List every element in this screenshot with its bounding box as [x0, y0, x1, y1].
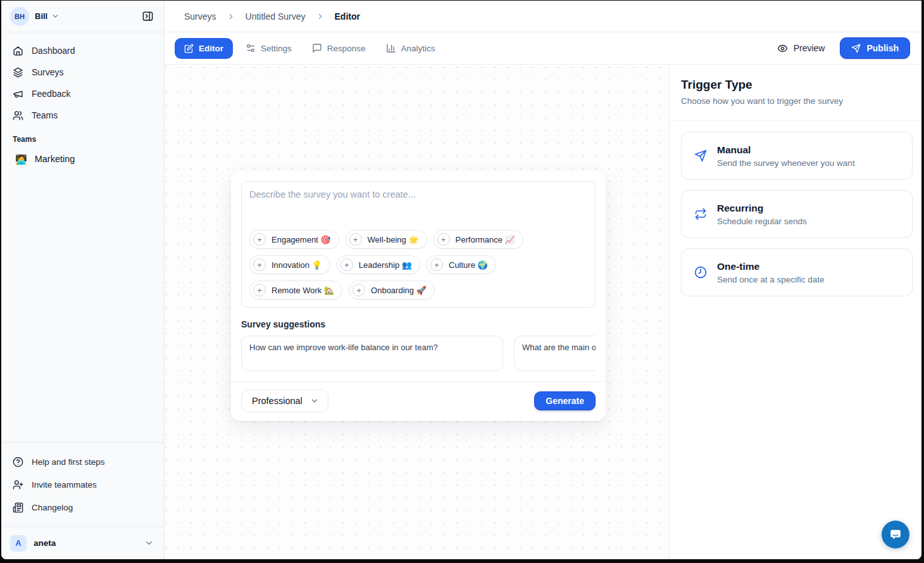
chevron-down-icon — [51, 12, 59, 20]
topic-chip-innovation[interactable]: + Innovation 💡 — [249, 255, 330, 274]
send-icon — [851, 44, 861, 53]
trigger-option-description: Send the survey whenever you want — [717, 158, 855, 168]
bar-chart-icon — [386, 43, 396, 53]
topic-chip-culture[interactable]: + Culture 🌍 — [427, 255, 496, 274]
sidebar-item-label: Invite teammates — [32, 480, 97, 490]
sidebar-item-dashboard[interactable]: Dashboard — [8, 40, 158, 61]
teams-section-label: Teams — [8, 126, 158, 148]
collapse-sidebar-button[interactable] — [139, 8, 156, 25]
home-icon — [13, 46, 23, 56]
plus-icon: + — [430, 258, 443, 271]
account-menu[interactable]: A aneta — [1, 526, 164, 559]
trigger-option-one-time[interactable]: One-time Send once at a specific date — [681, 248, 913, 296]
panel-subtitle: Choose how you want to trigger the surve… — [681, 96, 910, 106]
trigger-option-recurring[interactable]: Recurring Schedule regular sends — [681, 190, 913, 238]
tab-settings[interactable]: Settings — [238, 38, 299, 58]
help-circle-icon — [13, 457, 23, 467]
topic-chip-engagement[interactable]: + Engagement 🎯 — [249, 230, 339, 249]
publish-button[interactable]: Publish — [840, 37, 910, 59]
sidebar-item-label: Teams — [32, 110, 58, 120]
sidebar-item-team-marketing[interactable]: 🧑‍💻 Marketing — [8, 148, 158, 170]
sidebar-nav: Dashboard Surveys Feedback Teams — [1, 32, 164, 170]
chip-label: Onboarding 🚀 — [371, 286, 427, 295]
suggestion-card[interactable]: How can we improve work-life balance in … — [241, 336, 503, 371]
editor-canvas[interactable]: + Engagement 🎯 + Well-being 🌟 + Performa… — [165, 65, 669, 559]
plus-icon: + — [437, 233, 450, 246]
generator-footer: Professional Generate — [231, 381, 606, 421]
breadcrumb-surveys[interactable]: Surveys — [184, 11, 216, 22]
trigger-option-manual[interactable]: Manual Send the survey whenever you want — [681, 132, 913, 180]
workspace-switcher[interactable]: Bill — [35, 8, 47, 25]
chip-label: Innovation 💡 — [272, 260, 322, 270]
tab-label: Settings — [261, 44, 292, 53]
publish-label: Publish — [866, 43, 899, 53]
tab-analytics[interactable]: Analytics — [378, 38, 443, 58]
account-name: aneta — [34, 538, 144, 548]
chevron-down-icon — [144, 538, 154, 548]
message-square-icon — [312, 43, 322, 53]
generate-button[interactable]: Generate — [534, 391, 596, 410]
survey-prompt-input[interactable] — [249, 189, 587, 230]
sidebar-item-label: Help and first steps — [32, 457, 105, 467]
sliders-icon — [246, 43, 256, 53]
suggestions-title: Survey suggestions — [241, 319, 596, 329]
tab-label: Analytics — [401, 44, 435, 53]
preview-button[interactable]: Preview — [771, 38, 832, 59]
sidebar-item-changelog[interactable]: Changelog — [8, 496, 158, 519]
chat-launcher-button[interactable] — [882, 521, 909, 548]
sidebar: BH Bill Dashboard Surveys — [1, 1, 165, 559]
plus-icon: + — [253, 258, 266, 271]
trigger-option-title: Recurring — [717, 203, 807, 214]
topic-chip-performance[interactable]: + Performance 📈 — [434, 230, 523, 249]
plus-icon: + — [349, 233, 362, 246]
account-avatar: A — [10, 535, 27, 552]
tone-select-value: Professional — [252, 396, 303, 406]
tone-select[interactable]: Professional — [241, 389, 328, 412]
chevron-right-icon — [227, 12, 235, 21]
tab-label: Response — [327, 44, 366, 53]
sidebar-item-label: Dashboard — [32, 46, 75, 56]
tab-response[interactable]: Response — [304, 38, 373, 58]
trigger-option-title: Manual — [717, 144, 855, 156]
topic-chips: + Engagement 🎯 + Well-being 🌟 + Performa… — [249, 230, 587, 300]
eye-icon — [777, 43, 788, 54]
ai-survey-generator-card: + Engagement 🎯 + Well-being 🌟 + Performa… — [231, 171, 606, 421]
sidebar-item-feedback[interactable]: Feedback — [8, 83, 158, 104]
sidebar-item-surveys[interactable]: Surveys — [8, 61, 158, 83]
sidebar-item-help[interactable]: Help and first steps — [8, 450, 158, 473]
chip-label: Leadership 👥 — [359, 260, 412, 270]
tab-editor[interactable]: Editor — [175, 38, 233, 59]
chip-label: Well-being 🌟 — [368, 235, 419, 244]
topic-chip-remote-work[interactable]: + Remote Work 🏡 — [249, 281, 342, 300]
tab-label: Editor — [199, 44, 223, 53]
edit-icon — [184, 44, 194, 53]
topic-chip-well-being[interactable]: + Well-being 🌟 — [346, 230, 427, 249]
prompt-box: + Engagement 🎯 + Well-being 🌟 + Performa… — [241, 181, 596, 308]
chevron-down-icon — [310, 396, 319, 405]
workspace-header: BH Bill — [1, 1, 164, 32]
trigger-option-description: Send once at a specific date — [717, 275, 825, 284]
sidebar-footer-nav: Help and first steps Invite teammates Ch… — [1, 442, 164, 526]
panel-title: Trigger Type — [681, 78, 910, 92]
editor-toolbar: Editor Settings Response Analytics — [165, 32, 921, 65]
trigger-type-panel: Trigger Type Choose how you want to trig… — [669, 65, 921, 559]
sidebar-item-invite[interactable]: Invite teammates — [8, 473, 158, 496]
suggestion-card[interactable]: What are the main ob — [514, 336, 596, 371]
clock-icon — [694, 266, 707, 279]
trigger-option-description: Schedule regular sends — [717, 217, 807, 226]
user-plus-icon — [13, 479, 23, 490]
topic-chip-leadership[interactable]: + Leadership 👥 — [337, 255, 420, 274]
workspace-avatar: BH — [10, 7, 29, 26]
breadcrumb-untitled-survey[interactable]: Untitled Survey — [246, 11, 306, 22]
topic-chip-onboarding[interactable]: + Onboarding 🚀 — [349, 281, 435, 300]
sidebar-item-teams[interactable]: Teams — [8, 104, 158, 126]
chat-bubble-icon — [889, 528, 902, 541]
team-emoji: 🧑‍💻 — [15, 155, 27, 164]
plus-icon: + — [253, 233, 266, 246]
trigger-options: Manual Send the survey whenever you want… — [670, 121, 921, 296]
trigger-option-title: One-time — [717, 261, 825, 272]
repeat-icon — [694, 208, 707, 220]
suggestions-row: How can we improve work-life balance in … — [241, 336, 596, 371]
breadcrumb: Surveys Untitled Survey Editor — [165, 1, 921, 32]
chevron-right-icon — [316, 12, 325, 21]
